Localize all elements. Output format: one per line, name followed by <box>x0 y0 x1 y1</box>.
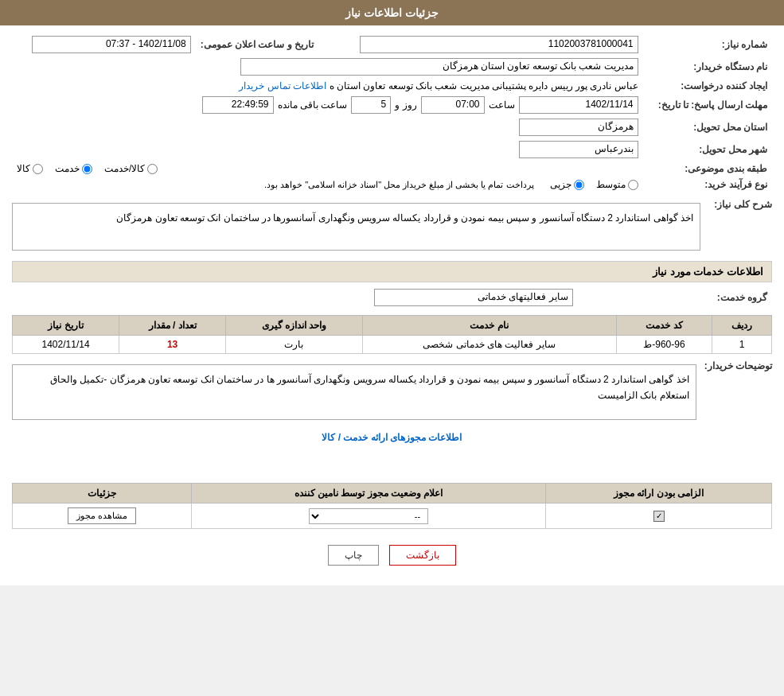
print-button[interactable]: چاپ <box>328 545 379 566</box>
permits-subtitle: اطلاعات مجوزهای ارائه خدمت / کالا <box>12 432 772 443</box>
table-row: 1 960-96-ط سایر فعالیت های خدماتی شخصی ب… <box>13 336 772 354</box>
process-jozi-label: جزیی <box>550 179 571 190</box>
permit-required-checkbox[interactable]: ✓ <box>653 511 665 522</box>
buyer-notes-label: توضیحات خریدار: <box>696 360 772 371</box>
remaining-label: ساعت باقی مانده <box>278 99 348 111</box>
need-number-value: 1102003781000041 <box>360 36 638 53</box>
back-button[interactable]: بازگشت <box>389 545 456 566</box>
content-area: شماره نیاز: 1102003781000041 تاریخ و ساع… <box>0 25 784 585</box>
cell-quantity: 13 <box>119 336 226 354</box>
deadline-days: 5 <box>351 96 391 114</box>
process-jozi[interactable]: جزیی <box>550 179 584 190</box>
need-description-text: اخذ گواهی استاندارد 2 دستگاه آسانسور و س… <box>12 203 700 251</box>
col-quantity: تعداد / مقدار <box>119 316 226 336</box>
category-kala-khidmat[interactable]: کالا/خدمت <box>104 163 158 174</box>
city-label: شهر محل تحویل: <box>643 138 772 161</box>
col-required: الزامی بودن ارائه مجوز <box>546 484 772 504</box>
process-motavasset-label: متوسط <box>596 179 626 190</box>
info-table: شماره نیاز: 1102003781000041 تاریخ و ساع… <box>12 33 772 192</box>
province-label: استان محل تحویل: <box>643 116 772 138</box>
service-group-value: سایر فعالیتهای خدماتی <box>374 289 573 306</box>
cell-service-name: سایر فعالیت های خدماتی شخصی <box>362 336 616 354</box>
service-group-label: گروه خدمت: <box>578 286 772 309</box>
page-title: جزئیات اطلاعات نیاز <box>345 6 439 19</box>
col-details: جزئیات <box>13 484 192 504</box>
process-motavasset[interactable]: متوسط <box>596 179 638 190</box>
permit-required-cell: ✓ <box>546 504 772 529</box>
page-wrapper: جزئیات اطلاعات نیاز شماره نیاز: 11020037… <box>0 0 784 585</box>
category-kala-khidmat-label: کالا/خدمت <box>104 163 145 174</box>
deadline-date: 1402/11/14 <box>519 96 638 114</box>
category-kala[interactable]: کالا <box>17 163 43 174</box>
created-by-label: ایجاد کننده درخواست: <box>643 78 772 94</box>
province-value: هرمزگان <box>519 119 638 136</box>
created-by-value: عباس نادری پور رییس دایره پشتیبانی مدیری… <box>330 80 638 91</box>
col-date: تاریخ نیاز <box>13 316 119 336</box>
col-unit: واحد اندازه گیری <box>226 316 363 336</box>
view-permit-button[interactable]: مشاهده مجوز <box>68 507 136 524</box>
permit-row: ✓ -- مشاهده مجوز <box>13 504 772 529</box>
service-group-table: گروه خدمت: سایر فعالیتهای خدماتی <box>12 286 772 309</box>
spacer <box>12 447 772 479</box>
page-header: جزئیات اطلاعات نیاز <box>0 0 784 25</box>
need-number-label: شماره نیاز: <box>643 33 772 56</box>
remaining-time: 22:49:59 <box>202 96 274 114</box>
need-description-label: شرح کلی نیاز: <box>700 199 772 210</box>
city-value: بندرعباس <box>519 141 638 158</box>
process-label: نوع فرآیند خرید: <box>643 177 772 192</box>
category-khidmat-label: خدمت <box>55 163 80 174</box>
cell-unit: بارت <box>226 336 363 354</box>
permit-status-cell: -- <box>192 504 546 529</box>
buyer-notes-section: توضیحات خریدار: اخذ گواهی استاندارد 2 دس… <box>12 360 772 424</box>
deadline-days-label: روز و <box>395 99 416 111</box>
col-service-name: نام خدمت <box>362 316 616 336</box>
services-table: ردیف کد خدمت نام خدمت واحد اندازه گیری ت… <box>12 315 772 354</box>
col-service-code: کد خدمت <box>616 316 712 336</box>
announce-value: 1402/11/08 - 07:37 <box>32 36 191 53</box>
category-khidmat[interactable]: خدمت <box>55 163 92 174</box>
category-label: طبقه بندی موضوعی: <box>643 161 772 177</box>
services-section-title: اطلاعات خدمات مورد نیاز <box>12 261 772 282</box>
announce-label: تاریخ و ساعت اعلان عمومی: <box>196 33 330 56</box>
permit-details-cell: مشاهده مجوز <box>13 504 192 529</box>
contact-info-link[interactable]: اطلاعات تماس خریدار <box>239 80 326 91</box>
cell-service-code: 960-96-ط <box>616 336 712 354</box>
deadline-time-label: ساعت <box>489 99 515 111</box>
footer-buttons: بازگشت چاپ <box>12 533 772 577</box>
col-status: اعلام وضعیت مجوز توسط نامین کننده <box>192 484 546 504</box>
category-kala-label: کالا <box>17 163 30 174</box>
deadline-label: مهلت ارسال پاسخ: تا تاریخ: <box>643 94 772 116</box>
buyer-org-label: نام دستگاه خریدار: <box>643 56 772 78</box>
cell-row-num: 1 <box>712 336 772 354</box>
process-note: پرداخت تمام یا بخشی از مبلغ خریداز محل "… <box>264 180 534 190</box>
need-description-section: شرح کلی نیاز: اخذ گواهی استاندارد 2 دستگ… <box>12 199 772 255</box>
permit-status-select[interactable]: -- <box>309 508 428 524</box>
deadline-time: 07:00 <box>421 96 485 114</box>
buyer-org-value: مدیریت شعب بانک توسعه تعاون استان هرمزگا… <box>240 58 638 76</box>
cell-date: 1402/11/14 <box>13 336 119 354</box>
permits-table: الزامی بودن ارائه مجوز اعلام وضعیت مجوز … <box>12 483 772 529</box>
col-row-num: ردیف <box>712 316 772 336</box>
buyer-notes-text: اخذ گواهی استاندارد 2 دستگاه آسانسور و س… <box>12 364 696 420</box>
